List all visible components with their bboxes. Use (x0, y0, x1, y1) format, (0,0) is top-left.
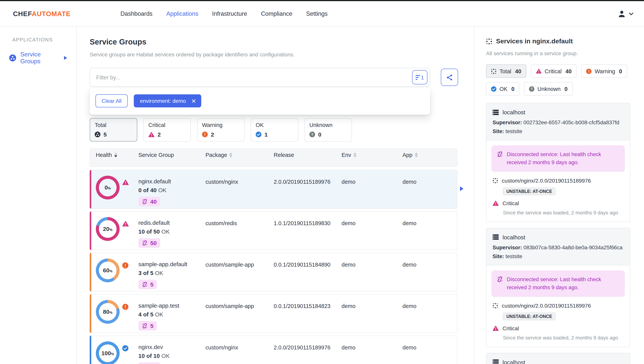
critical-icon (122, 221, 129, 227)
badge-critical[interactable]: Critical40 (531, 65, 577, 78)
row-accent (90, 170, 91, 209)
unknown-icon: ? (309, 132, 315, 137)
nav-dashboards[interactable]: Dashboards (120, 10, 152, 17)
tile-unknown[interactable]: Unknown ? 0 (304, 118, 352, 142)
disconnected-badge: 5 (138, 321, 157, 331)
host-name: localhost (502, 359, 525, 364)
tile-ok-label: OK (256, 122, 293, 128)
package-cell: custom/nginx (206, 170, 274, 185)
column-health[interactable]: Health (90, 152, 138, 158)
nav-applications[interactable]: Applications (166, 10, 198, 17)
warning-icon (586, 69, 592, 74)
table-row-sample-app-test[interactable]: 80% sample-app.test 4 of 5 OK 5 custom/s… (90, 294, 457, 333)
update-strategy-badge: UNSTABLE: AT-ONCE (503, 312, 556, 320)
app-cell: demo (402, 212, 460, 226)
site-name: testsite (506, 253, 522, 259)
disconnected-badge: 5 (138, 280, 157, 289)
column-release[interactable]: Release (274, 152, 342, 158)
service-groups-page: Service Groups Service groups are Habita… (77, 27, 474, 364)
nav-infrastructure[interactable]: Infrastructure (212, 10, 247, 17)
badge-warning[interactable]: Warning0 (581, 65, 627, 78)
tile-critical[interactable]: Critical 2 (143, 118, 191, 142)
sidebar-expand-arrow-icon[interactable] (64, 56, 67, 60)
svg-text:?: ? (531, 87, 533, 91)
chef-automate-app: CHEFAUTOMATE Dashboards Applications Inf… (0, 0, 644, 364)
app-cell: demo (402, 294, 460, 309)
release-cell: 1.0.1/20190115189830 (274, 212, 342, 226)
service-card[interactable]: localhost Supervisor: 083b07ca-5830-4a8d… (486, 228, 630, 347)
service-package: custom/nginx/2.0.0/20190115189976 (492, 302, 625, 308)
service-groups-table: Health Service Group Package Release Env (90, 148, 457, 364)
tile-warning-label: Warning (202, 122, 240, 128)
tile-ok[interactable]: OK 1 (251, 118, 298, 142)
table-row-sample-app-default[interactable]: 60% sample-app.default 3 of 5 OK 5 custo… (90, 253, 457, 291)
user-menu[interactable] (618, 10, 633, 18)
tile-critical-label: Critical (148, 122, 186, 128)
disconnected-alert: Disconnected service: Last health check … (492, 270, 625, 297)
sidebar-item-service-groups[interactable]: Service Groups (0, 49, 76, 67)
badge-unknown[interactable]: ? Unknown0 (524, 82, 572, 96)
ok-icon (122, 345, 128, 351)
app-header: CHEFAUTOMATE Dashboards Applications Inf… (0, 1, 644, 27)
brand-chef: CHEF (13, 10, 32, 18)
active-filters-panel: Clear All environment: demo ✕ (90, 88, 430, 115)
broken-link-icon (497, 151, 503, 167)
health-donut: 80% (96, 300, 120, 324)
critical-icon (536, 69, 542, 74)
sort-package[interactable] (230, 152, 232, 157)
service-card-header: localhost Supervisor: 002732ee-6557-405c… (486, 103, 630, 140)
service-health-status: Critical (492, 200, 625, 206)
tile-warning[interactable]: Warning 2 (197, 118, 244, 142)
sidebar-heading: APPLICATIONS (12, 37, 76, 43)
share-icon (446, 74, 453, 81)
tile-total[interactable]: Total 5 (90, 118, 137, 142)
critical-icon (492, 325, 499, 331)
since-loaded-text: Since the service was loaded, 2 months 9… (503, 335, 625, 340)
sort-health[interactable] (114, 152, 117, 157)
nav-compliance[interactable]: Compliance (261, 10, 292, 17)
table-row-redis-default[interactable]: 20% redis.default 10 of 50 OK 50 custom/… (90, 211, 457, 250)
service-package: custom/nginx/2.0.0/20190115189976 (492, 178, 625, 184)
row-accent (90, 294, 91, 333)
health-donut: 100% (96, 341, 120, 364)
sidebar-item-label: Service Groups (20, 51, 60, 65)
table-row-nginx-dev[interactable]: 100% nginx.dev 10 of 10 OK 10 custom/ngi… (90, 336, 457, 364)
service-card[interactable]: localhost Supervisor: 002732ee-6557-405c… (486, 103, 630, 222)
column-package[interactable]: Package (206, 152, 274, 158)
badge-total[interactable]: Total40 (486, 65, 526, 78)
column-env[interactable]: Env (342, 152, 402, 158)
row-expand-icon[interactable] (460, 186, 464, 191)
critical-icon (492, 201, 499, 206)
chip-close-icon[interactable]: ✕ (191, 98, 196, 104)
share-button[interactable] (441, 69, 458, 86)
service-card-body: Disconnected service: Last health check … (486, 265, 630, 347)
sort-env[interactable] (354, 152, 356, 157)
badge-ok[interactable]: OK0 (486, 82, 520, 96)
disconnected-alert: Disconnected service: Last health check … (492, 145, 625, 172)
site-name: testsite (506, 129, 522, 134)
health-donut: 60% (96, 258, 120, 282)
filter-box: 1 (90, 68, 430, 87)
service-card[interactable]: localhost Supervisor: 0c0a6b1f-f9f2-4fe6… (486, 353, 630, 364)
warning-icon (122, 304, 128, 310)
clear-all-button[interactable]: Clear All (96, 94, 128, 107)
release-cell: 2.0.0/20190115189976 (274, 170, 342, 185)
service-group-name: nginx.default (138, 178, 206, 184)
table-row-nginx-default[interactable]: 0% nginx.default 0 of 40 OK 40 custom/ng… (90, 170, 457, 209)
release-cell: 2.0.0/20190115189976 (274, 336, 342, 350)
filter-count-button[interactable]: 1 (412, 70, 428, 84)
broken-link-icon (142, 240, 148, 246)
server-icon (492, 110, 499, 115)
page-title: Service Groups (90, 38, 474, 47)
brand-logo[interactable]: CHEFAUTOMATE (13, 10, 70, 18)
sort-app[interactable] (415, 152, 418, 157)
nav-settings[interactable]: Settings (306, 10, 328, 17)
service-card-header: localhost Supervisor: 0c0a6b1f-f9f2-4fe6… (486, 353, 630, 364)
filter-count: 1 (421, 74, 424, 80)
column-app[interactable]: App (402, 152, 460, 158)
column-service-group[interactable]: Service Group (138, 152, 206, 158)
filter-chip-environment-demo[interactable]: environment: demo ✕ (134, 94, 201, 107)
broken-link-icon (497, 276, 503, 292)
filter-input[interactable] (96, 74, 412, 80)
supervisor-id: 083b07ca-5830-4a8d-be0a-9034a25f66ca (524, 245, 622, 250)
